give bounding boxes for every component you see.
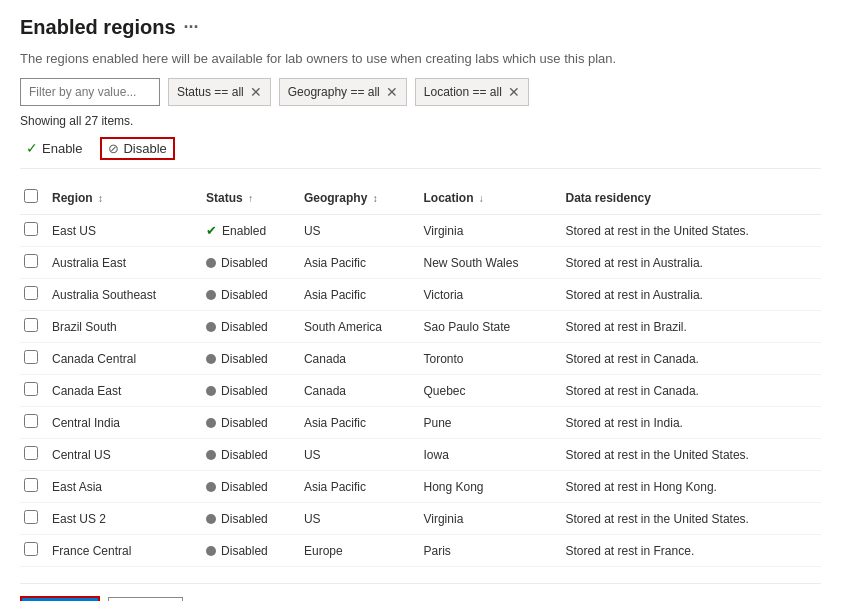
row-checkbox-cell bbox=[20, 215, 48, 247]
cell-geography: US bbox=[300, 439, 420, 471]
regions-table-container: Region ↕ Status ↑ Geography ↕ Location ↓… bbox=[20, 181, 821, 567]
cell-geography: Canada bbox=[300, 343, 420, 375]
filter-input[interactable] bbox=[20, 78, 160, 106]
table-row: Central US Disabled US Iowa Stored at re… bbox=[20, 439, 821, 471]
location-filter-close[interactable]: ✕ bbox=[508, 85, 520, 99]
col-header-geography[interactable]: Geography ↕ bbox=[300, 181, 420, 215]
status-filter-tag: Status == all ✕ bbox=[168, 78, 271, 106]
row-checkbox-7[interactable] bbox=[24, 446, 38, 460]
table-row: East Asia Disabled Asia Pacific Hong Kon… bbox=[20, 471, 821, 503]
cell-region: Canada Central bbox=[48, 343, 202, 375]
row-checkbox-cell bbox=[20, 535, 48, 567]
cell-region: East Asia bbox=[48, 471, 202, 503]
action-bar: ✓ Enable ⊘ Disable bbox=[20, 136, 821, 169]
status-filter-close[interactable]: ✕ bbox=[250, 85, 262, 99]
row-checkbox-9[interactable] bbox=[24, 510, 38, 524]
cell-geography: Canada bbox=[300, 375, 420, 407]
cell-location: Virginia bbox=[420, 215, 562, 247]
cell-location: Quebec bbox=[420, 375, 562, 407]
row-checkbox-6[interactable] bbox=[24, 414, 38, 428]
cell-residency: Stored at rest in Canada. bbox=[561, 343, 821, 375]
row-checkbox-3[interactable] bbox=[24, 318, 38, 332]
status-dot-icon bbox=[206, 354, 216, 364]
cell-region: Central US bbox=[48, 439, 202, 471]
status-dot-icon bbox=[206, 450, 216, 460]
filter-row: Status == all ✕ Geography == all ✕ Locat… bbox=[20, 78, 821, 106]
row-checkbox-cell bbox=[20, 311, 48, 343]
cell-residency: Stored at rest in Brazil. bbox=[561, 311, 821, 343]
table-row: Canada East Disabled Canada Quebec Store… bbox=[20, 375, 821, 407]
cell-status: Disabled bbox=[202, 503, 300, 535]
table-row: Australia Southeast Disabled Asia Pacifi… bbox=[20, 279, 821, 311]
cell-location: Virginia bbox=[420, 503, 562, 535]
footer: Apply Cancel bbox=[20, 583, 821, 601]
table-body: East US ✔ Enabled US Virginia Stored at … bbox=[20, 215, 821, 567]
row-checkbox-8[interactable] bbox=[24, 478, 38, 492]
cell-location: Sao Paulo State bbox=[420, 311, 562, 343]
status-dot-icon bbox=[206, 418, 216, 428]
cell-location: Iowa bbox=[420, 439, 562, 471]
cell-residency: Stored at rest in the United States. bbox=[561, 215, 821, 247]
row-checkbox-0[interactable] bbox=[24, 222, 38, 236]
row-checkbox-cell bbox=[20, 343, 48, 375]
cell-location: Hong Kong bbox=[420, 471, 562, 503]
status-dot-icon bbox=[206, 386, 216, 396]
table-row: Central India Disabled Asia Pacific Pune… bbox=[20, 407, 821, 439]
table-row: France Central Disabled Europe Paris Sto… bbox=[20, 535, 821, 567]
row-checkbox-cell bbox=[20, 503, 48, 535]
row-checkbox-10[interactable] bbox=[24, 542, 38, 556]
location-sort-icon: ↓ bbox=[479, 193, 484, 204]
cell-region: Canada East bbox=[48, 375, 202, 407]
row-checkbox-cell bbox=[20, 439, 48, 471]
cell-region: Central India bbox=[48, 407, 202, 439]
table-row: Australia East Disabled Asia Pacific New… bbox=[20, 247, 821, 279]
cell-geography: Asia Pacific bbox=[300, 247, 420, 279]
col-header-region[interactable]: Region ↕ bbox=[48, 181, 202, 215]
cell-location: New South Wales bbox=[420, 247, 562, 279]
table-row: Brazil South Disabled South America Sao … bbox=[20, 311, 821, 343]
select-all-checkbox[interactable] bbox=[24, 189, 38, 203]
status-dot-icon bbox=[206, 290, 216, 300]
cell-residency: Stored at rest in the United States. bbox=[561, 503, 821, 535]
apply-button[interactable]: Apply bbox=[20, 596, 100, 601]
cell-residency: Stored at rest in Hong Kong. bbox=[561, 471, 821, 503]
row-checkbox-cell bbox=[20, 407, 48, 439]
col-header-status[interactable]: Status ↑ bbox=[202, 181, 300, 215]
region-sort-icon: ↕ bbox=[98, 193, 103, 204]
location-filter-tag: Location == all ✕ bbox=[415, 78, 529, 106]
row-checkbox-4[interactable] bbox=[24, 350, 38, 364]
status-sort-icon: ↑ bbox=[248, 193, 253, 204]
cell-status: Disabled bbox=[202, 279, 300, 311]
table-header-row: Region ↕ Status ↑ Geography ↕ Location ↓… bbox=[20, 181, 821, 215]
status-dot-icon bbox=[206, 322, 216, 332]
cell-residency: Stored at rest in Australia. bbox=[561, 279, 821, 311]
enable-button[interactable]: ✓ Enable bbox=[20, 136, 88, 160]
cell-geography: Europe bbox=[300, 535, 420, 567]
row-checkbox-2[interactable] bbox=[24, 286, 38, 300]
regions-table: Region ↕ Status ↑ Geography ↕ Location ↓… bbox=[20, 181, 821, 567]
disable-icon: ⊘ bbox=[108, 141, 119, 156]
disable-button[interactable]: ⊘ Disable bbox=[100, 137, 174, 160]
cell-location: Toronto bbox=[420, 343, 562, 375]
cell-geography: US bbox=[300, 215, 420, 247]
cell-residency: Stored at rest in Canada. bbox=[561, 375, 821, 407]
cell-residency: Stored at rest in France. bbox=[561, 535, 821, 567]
geography-filter-close[interactable]: ✕ bbox=[386, 85, 398, 99]
row-checkbox-1[interactable] bbox=[24, 254, 38, 268]
cell-region: East US bbox=[48, 215, 202, 247]
cell-region: East US 2 bbox=[48, 503, 202, 535]
showing-text: Showing all 27 items. bbox=[20, 114, 821, 128]
cell-region: France Central bbox=[48, 535, 202, 567]
cell-residency: Stored at rest in Australia. bbox=[561, 247, 821, 279]
cancel-button[interactable]: Cancel bbox=[108, 597, 182, 601]
col-header-location[interactable]: Location ↓ bbox=[420, 181, 562, 215]
row-checkbox-5[interactable] bbox=[24, 382, 38, 396]
cell-residency: Stored at rest in India. bbox=[561, 407, 821, 439]
cell-geography: Asia Pacific bbox=[300, 279, 420, 311]
cell-geography: Asia Pacific bbox=[300, 471, 420, 503]
page-title-more[interactable]: ··· bbox=[184, 17, 199, 38]
cell-status: Disabled bbox=[202, 311, 300, 343]
geography-filter-label: Geography == all bbox=[288, 85, 380, 99]
page-title-text: Enabled regions bbox=[20, 16, 176, 39]
cell-status: Disabled bbox=[202, 471, 300, 503]
